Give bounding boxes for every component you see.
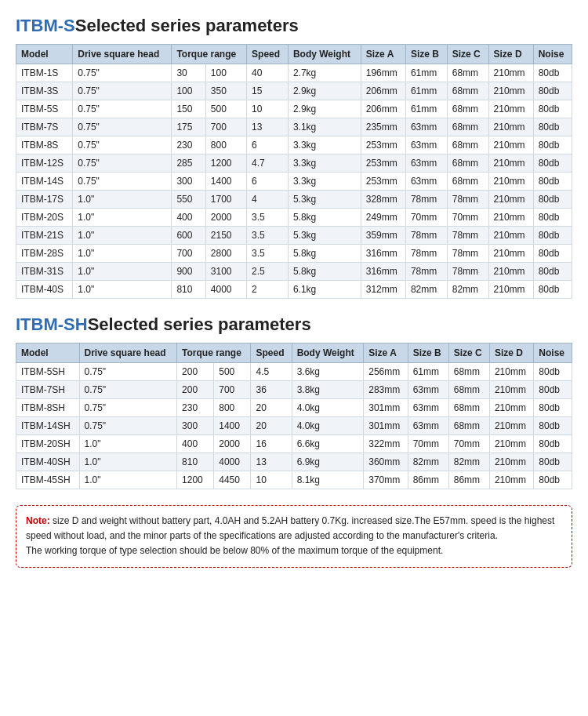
table-cell: 700 [172, 245, 205, 263]
table-row: ITBM-45SH1.0"12004450108.1kg370mm86mm86m… [16, 471, 572, 489]
table-cell: ITBM-20SH [16, 435, 80, 453]
table-cell: 3.1kg [288, 118, 361, 136]
table-cell: 3.3kg [288, 154, 361, 173]
table-cell: 200 [177, 363, 214, 381]
table-cell: 68mm [447, 100, 488, 118]
col-model: Model [16, 45, 73, 64]
table-cell: 61mm [405, 64, 447, 82]
table-row: ITBM-8SH0.75"230800204.0kg301mm63mm68mm2… [16, 399, 572, 417]
table-cell: 1400 [205, 173, 246, 191]
table-cell: 810 [172, 281, 205, 299]
table-cell: 810 [177, 453, 214, 471]
table-cell: ITBM-17S [16, 191, 73, 209]
table-cell: ITBM-5S [16, 100, 73, 118]
table-cell: 300 [177, 417, 214, 435]
table-cell: 68mm [448, 363, 489, 381]
table-cell: 210mm [488, 263, 533, 281]
table-cell: 80db [534, 435, 572, 453]
col-drive-square-head: Drive square head [79, 343, 177, 363]
table-row: ITBM-28S1.0"70028003.55.8kg316mm78mm78mm… [16, 245, 572, 263]
table-cell: 82mm [405, 281, 447, 299]
table-cell: 80db [534, 453, 572, 471]
table-cell: 63mm [405, 154, 447, 173]
table-cell: 40 [247, 64, 289, 82]
table-cell: 322mm [364, 435, 408, 453]
table-cell: 2.9kg [288, 100, 361, 118]
section2-title: ITBM-SHSelected series parameters [16, 314, 572, 335]
table-cell: 63mm [405, 118, 447, 136]
table-cell: 175 [172, 118, 205, 136]
table-cell: 1200 [177, 471, 214, 489]
table-row: ITBM-14SH0.75"3001400204.0kg301mm63mm68m… [16, 417, 572, 435]
table-cell: 2150 [205, 227, 246, 245]
col-size-a: Size A [361, 45, 405, 64]
table-cell: 78mm [405, 245, 447, 263]
table-cell: 3.3kg [288, 173, 361, 191]
table-cell: 4 [247, 191, 289, 209]
table-cell: 253mm [361, 136, 405, 154]
col-size-b: Size B [405, 45, 447, 64]
table-cell: 68mm [448, 381, 489, 399]
table-cell: 5.3kg [288, 191, 361, 209]
table-cell: 3.8kg [292, 381, 364, 399]
table-cell: 3.5 [247, 245, 289, 263]
col-body-weight: Body Weight [292, 343, 364, 363]
section1: ITBM-SSelected series parameters Model D… [16, 16, 572, 299]
table-cell: 2.7kg [288, 64, 361, 82]
table-cell: 63mm [405, 173, 447, 191]
table-cell: 5.8kg [288, 263, 361, 281]
table-cell: 4000 [205, 281, 246, 299]
col-torque-range: Torque range [177, 343, 251, 363]
table-cell: 1.0" [79, 453, 177, 471]
table-cell: 312mm [361, 281, 405, 299]
section2-title-rest: Selected series parameters [88, 314, 311, 334]
table-cell: 70mm [447, 209, 488, 227]
table-cell: 316mm [361, 263, 405, 281]
table-cell: 2800 [205, 245, 246, 263]
table-row: ITBM-20SH1.0"4002000166.6kg322mm70mm70mm… [16, 435, 572, 453]
table-cell: 6.1kg [288, 281, 361, 299]
table-cell: 4.0kg [292, 399, 364, 417]
table-cell: ITBM-8S [16, 136, 73, 154]
table-cell: 2000 [214, 435, 251, 453]
table-cell: 63mm [408, 381, 448, 399]
table-cell: 36 [251, 381, 292, 399]
table-cell: 3.5 [247, 227, 289, 245]
table-cell: 68mm [447, 64, 488, 82]
table-row: ITBM-3S0.75"100350152.9kg206mm61mm68mm21… [16, 82, 572, 100]
table-cell: 550 [172, 191, 205, 209]
table-cell: 68mm [447, 118, 488, 136]
table-cell: 2000 [205, 209, 246, 227]
table-cell: 63mm [408, 417, 448, 435]
table-cell: 400 [177, 435, 214, 453]
table-cell: 70mm [405, 209, 447, 227]
table-cell: 100 [205, 64, 246, 82]
section2-table: Model Drive square head Torque range Spe… [16, 343, 572, 489]
table-cell: 20 [251, 399, 292, 417]
table-cell: 800 [214, 399, 251, 417]
table-cell: 86mm [448, 471, 489, 489]
table-cell: 210mm [488, 281, 533, 299]
table-cell: 4000 [214, 453, 251, 471]
table-cell: 78mm [405, 227, 447, 245]
table-cell: 1.0" [79, 471, 177, 489]
table-cell: 20 [251, 417, 292, 435]
table-cell: 82mm [408, 453, 448, 471]
table-cell: 500 [214, 363, 251, 381]
table-row: ITBM-12S0.75"28512004.73.3kg253mm63mm68m… [16, 154, 572, 173]
table-cell: 2 [247, 281, 289, 299]
table-cell: 210mm [489, 435, 533, 453]
col-speed: Speed [251, 343, 292, 363]
table-cell: 359mm [361, 227, 405, 245]
table-cell: 78mm [447, 227, 488, 245]
table-cell: 68mm [448, 399, 489, 417]
table-cell: 1.0" [73, 209, 172, 227]
table-cell: 316mm [361, 245, 405, 263]
table-cell: 63mm [408, 399, 448, 417]
table-cell: 0.75" [79, 417, 177, 435]
table-cell: 235mm [361, 118, 405, 136]
table-cell: 10 [247, 100, 289, 118]
section1-title: ITBM-SSelected series parameters [16, 16, 572, 36]
table-cell: 196mm [361, 64, 405, 82]
table-cell: 210mm [488, 209, 533, 227]
